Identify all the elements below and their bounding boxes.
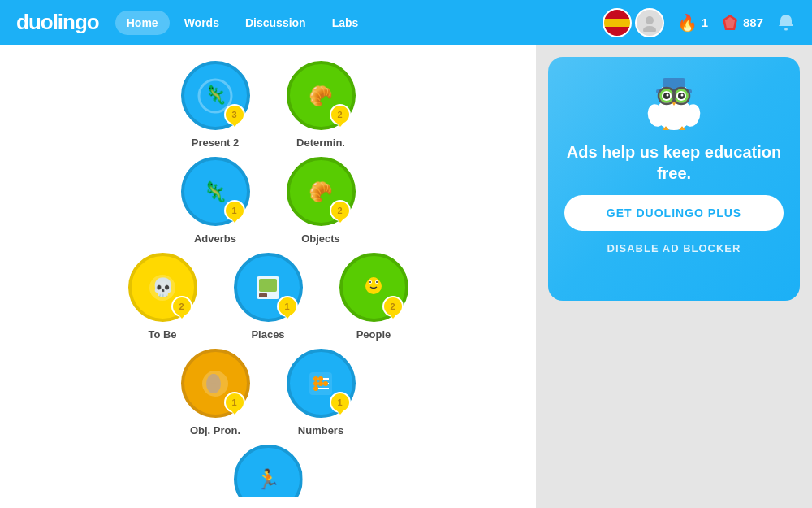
badge-places: 1 (277, 296, 298, 317)
list-item[interactable]: 1 Places (227, 253, 309, 341)
svg-point-28 (313, 376, 318, 381)
list-item[interactable]: 1 Obj. Pron. (175, 349, 256, 436)
svg-point-20 (376, 281, 378, 283)
nav-words[interactable]: Words (173, 11, 231, 35)
language-selector[interactable] (603, 8, 664, 37)
lesson-objects-label: Objects (301, 232, 340, 245)
main-nav: Home Words Discussion Labs (115, 11, 370, 35)
fire-icon: 🔥 (677, 13, 698, 33)
svg-point-19 (369, 281, 371, 283)
bottom-icon: 🏃 (248, 460, 287, 499)
svg-text:💀: 💀 (152, 276, 175, 298)
lessons-grid: 🦎 3 Present 2 🥐 2 Determin. (0, 53, 536, 508)
lesson-people-label: People (356, 328, 391, 341)
list-item[interactable]: 💀 2 To Be (122, 253, 203, 341)
badge-numbers: 1 (330, 392, 351, 413)
list-item[interactable]: 1 Numbers (280, 349, 361, 436)
svg-point-47 (681, 94, 684, 97)
main-layout: 🦎 3 Present 2 🥐 2 Determin. (0, 45, 812, 508)
svg-text:🏃: 🏃 (256, 467, 280, 491)
header-right: 🔥 1 887 (603, 8, 796, 37)
svg-text:🥐: 🥐 (309, 180, 333, 203)
lesson-adverbs-label: Adverbs (194, 232, 236, 245)
svg-point-31 (318, 381, 323, 386)
lesson-tobe-circle: 💀 2 (128, 253, 197, 322)
avatar (635, 8, 664, 37)
svg-rect-13 (259, 279, 277, 292)
lesson-adverbs-circle: 🦎 1 (181, 157, 250, 226)
bell-icon (776, 13, 796, 33)
lesson-determin-label: Determin. (296, 137, 345, 149)
lesson-present2-circle: 🦎 3 (181, 61, 250, 130)
svg-point-30 (313, 381, 318, 386)
badge-objpron: 1 (224, 392, 245, 413)
nav-labs[interactable]: Labs (321, 11, 370, 35)
streak-count: 1 (702, 15, 708, 29)
badge-present2: 3 (224, 104, 245, 125)
lesson-numbers-label: Numbers (298, 424, 343, 436)
lesson-present2-label: Present 2 (192, 137, 240, 149)
lesson-places-circle: 1 (234, 253, 303, 322)
list-item[interactable]: 2 People (333, 253, 414, 341)
badge-tobe: 2 (171, 296, 192, 317)
badge-people: 2 (382, 296, 404, 317)
nav-home[interactable]: Home (115, 11, 170, 35)
streak-stat: 🔥 1 (677, 13, 708, 33)
lessons-row-1: 🦎 3 Present 2 🥐 2 Determin. (175, 61, 361, 149)
lesson-objects-circle: 🥐 2 (287, 157, 356, 226)
ad-text: Ads help us keep education free. (564, 141, 784, 184)
svg-point-32 (323, 381, 328, 386)
lessons-row-3: 💀 2 To Be 1 Places (122, 253, 414, 341)
list-item[interactable]: 🥐 2 Determin. (280, 61, 361, 149)
lessons-row-2: 🦎 1 Adverbs 🥐 2 Objects (175, 157, 361, 245)
sidebar: Ads help us keep education free. GET DUO… (536, 45, 812, 508)
flag-icon (603, 8, 632, 37)
lesson-objpron-label: Obj. Pron. (190, 424, 240, 436)
list-item[interactable]: 🏃 (227, 445, 309, 508)
lesson-tobe-label: To Be (148, 328, 176, 341)
svg-point-33 (313, 386, 318, 391)
lessons-row-4: 1 Obj. Pron. (175, 349, 361, 436)
lesson-numbers-circle: 1 (287, 349, 356, 418)
disable-adblocker-link[interactable]: DISABLE AD BLOCKER (607, 242, 741, 254)
svg-point-0 (646, 16, 654, 24)
list-item[interactable]: 🦎 3 Present 2 (175, 61, 256, 149)
owl-mascot (641, 73, 706, 130)
lesson-people-circle: 2 (339, 253, 408, 322)
lesson-bottom-circle: 🏃 (234, 445, 303, 508)
svg-point-46 (667, 94, 669, 97)
ad-card: Ads help us keep education free. GET DUO… (548, 57, 800, 301)
svg-point-4 (784, 28, 788, 30)
svg-text:🥐: 🥐 (309, 84, 333, 107)
lesson-objpron-circle: 1 (181, 349, 250, 418)
gems-stat: 887 (721, 14, 763, 32)
notifications[interactable] (776, 13, 796, 33)
svg-text:🦎: 🦎 (205, 84, 227, 106)
logo: duolingo (16, 10, 99, 35)
gems-count: 887 (743, 15, 763, 29)
header: duolingo Home Words Discussion Labs 🔥 1 (0, 0, 812, 45)
list-item[interactable]: 🥐 2 Objects (280, 157, 361, 245)
badge-determin: 2 (330, 104, 351, 125)
nav-discussion[interactable]: Discussion (234, 11, 317, 35)
lessons-row-5: 🏃 (227, 445, 309, 508)
get-plus-button[interactable]: GET DUOLINGO PLUS (564, 195, 784, 231)
lessons-content: 🦎 3 Present 2 🥐 2 Determin. (0, 45, 536, 508)
svg-point-23 (209, 374, 218, 384)
badge-adverbs: 1 (224, 200, 245, 221)
lesson-determin-circle: 🥐 2 (287, 61, 356, 130)
badge-objects: 2 (330, 200, 351, 221)
lesson-places-label: Places (251, 328, 284, 341)
svg-point-29 (318, 376, 323, 381)
gem-icon (721, 14, 739, 32)
svg-point-1 (643, 26, 656, 32)
svg-rect-14 (259, 293, 267, 297)
list-item[interactable]: 🦎 1 Adverbs (175, 157, 256, 245)
svg-text:🦎: 🦎 (203, 180, 227, 203)
